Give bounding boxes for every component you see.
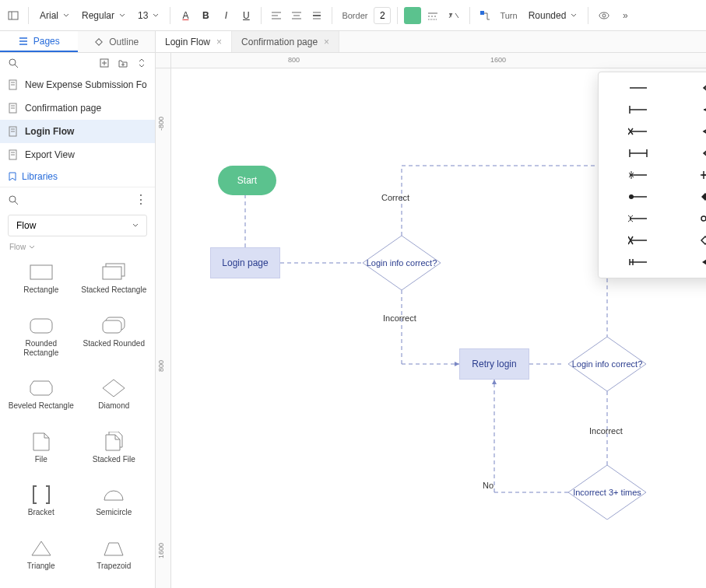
align-center-button[interactable]	[288, 6, 305, 25]
pages-toolbar	[0, 53, 155, 73]
search-icon[interactable]	[8, 58, 19, 68]
search-icon[interactable]	[8, 194, 19, 205]
document-icon	[8, 79, 19, 90]
triangle-icon	[29, 538, 54, 558]
line-style-button[interactable]	[424, 6, 441, 25]
svg-marker-117	[702, 259, 706, 265]
font-weight-select[interactable]: Regular	[77, 7, 130, 24]
arrow-style-option[interactable]	[679, 80, 706, 96]
arrow-style-option[interactable]	[606, 145, 669, 161]
arrow-style-option[interactable]	[606, 167, 669, 183]
collapse-panel-button[interactable]	[5, 6, 22, 25]
top-toolbar: Arial Regular 13 A B I U Border Turn Rou…	[0, 0, 706, 31]
chevron-down-icon	[63, 12, 69, 19]
ruler-vertical: -800 800 1600	[156, 68, 171, 588]
node-login-page[interactable]: Login page	[210, 247, 280, 278]
shape-category-select[interactable]: Flow	[8, 215, 147, 236]
connector-type-button[interactable]	[476, 6, 493, 25]
font-size-select[interactable]: 13	[133, 7, 163, 24]
visibility-button[interactable]	[595, 6, 613, 25]
arrow-style-option[interactable]	[606, 80, 669, 96]
ruler-corner	[156, 53, 171, 68]
svg-rect-42	[30, 265, 52, 279]
chevron-down-icon	[132, 222, 139, 229]
expand-collapse-button[interactable]	[136, 58, 147, 68]
node-login-info-correct[interactable]: Login info correct?	[363, 236, 441, 290]
arrow-style-option[interactable]	[679, 145, 706, 161]
more-tools-button[interactable]: »	[616, 6, 634, 25]
node-incorrect-3x[interactable]: Incorrect 3+ times	[568, 465, 646, 520]
svg-point-15	[599, 12, 609, 19]
node-login-info-correct-2[interactable]: Login info correct?	[568, 337, 646, 391]
border-width-input[interactable]	[374, 7, 391, 24]
svg-line-41	[15, 201, 18, 205]
page-item-login-flow[interactable]: Login Flow	[0, 120, 155, 143]
new-folder-button[interactable]	[118, 58, 128, 68]
shape-trapezoid[interactable]: Trapezoid	[78, 534, 151, 586]
font-family-select[interactable]: Arial	[35, 7, 74, 24]
shape-diamond[interactable]: Diamond	[78, 373, 151, 425]
semicircle-icon	[101, 485, 126, 505]
font-family-value: Arial	[40, 10, 58, 21]
underline-button[interactable]: U	[237, 6, 255, 25]
shapes-search-row: ⋮	[0, 187, 155, 212]
shape-bracket[interactable]: Bracket	[5, 480, 78, 532]
arrow-style-option[interactable]	[679, 211, 706, 226]
page-item-export-view[interactable]: Export View	[0, 143, 155, 166]
shape-triangle[interactable]: Triangle	[5, 534, 78, 586]
arrow-style-option[interactable]	[606, 211, 669, 226]
arrow-style-option[interactable]	[606, 124, 669, 139]
arrow-style-button[interactable]	[444, 6, 463, 25]
doc-tab-login-flow[interactable]: Login Flow ×	[156, 31, 232, 52]
diamond-icon	[93, 37, 104, 47]
arrow-style-option[interactable]	[679, 233, 706, 248]
shape-label: Stacked Rounded	[83, 339, 145, 348]
libraries-link[interactable]: Libraries	[0, 166, 155, 187]
shape-subcategory[interactable]: Flow	[0, 240, 155, 254]
tab-pages[interactable]: Pages	[0, 31, 78, 52]
shape-rectangle[interactable]: Rectangle	[5, 257, 78, 310]
arrow-style-option[interactable]	[606, 233, 669, 248]
arrow-style-option[interactable]	[679, 124, 706, 139]
svg-point-40	[9, 196, 16, 202]
shape-file[interactable]: File	[5, 427, 78, 479]
bold-button[interactable]: B	[197, 6, 214, 25]
text-color-button[interactable]: A	[177, 6, 194, 25]
italic-button[interactable]: I	[217, 6, 234, 25]
page-item-expense[interactable]: New Expense Submission Fo	[0, 73, 155, 96]
edge-label-no: No	[483, 481, 493, 490]
edge-label-incorrect: Incorrect	[383, 313, 416, 323]
close-icon[interactable]: ×	[216, 37, 222, 47]
shape-rounded-rectangle[interactable]: Rounded Rectangle	[5, 311, 78, 373]
arrow-style-option[interactable]	[679, 167, 706, 183]
font-size-value: 13	[138, 10, 148, 21]
new-page-button[interactable]	[99, 58, 110, 68]
svg-point-95	[629, 194, 634, 199]
arrow-style-option[interactable]	[606, 254, 669, 270]
page-item-confirmation[interactable]: Confirmation page	[0, 96, 155, 120]
fill-color-swatch[interactable]	[404, 7, 421, 24]
more-options-button[interactable]: ⋮	[135, 192, 147, 207]
shape-stacked-rounded[interactable]: Stacked Rounded	[78, 311, 151, 373]
close-icon[interactable]: ×	[324, 37, 329, 47]
arrow-style-option[interactable]	[606, 102, 669, 117]
shape-stacked-rectangle[interactable]: Stacked Rectangle	[78, 257, 151, 310]
doc-tab-confirmation[interactable]: Confirmation page ×	[232, 31, 339, 52]
shape-stacked-file[interactable]: Stacked File	[78, 427, 151, 479]
node-start[interactable]: Start	[218, 166, 276, 195]
arrow-style-option[interactable]	[679, 189, 706, 205]
tab-outline[interactable]: Outline	[78, 31, 156, 52]
shape-beveled-rectangle[interactable]: Beveled Rectangle	[5, 373, 78, 425]
shape-semicircle[interactable]: Semicircle	[78, 480, 151, 532]
align-left-button[interactable]	[268, 6, 285, 25]
arrow-style-option[interactable]	[679, 254, 706, 270]
align-middle-button[interactable]	[308, 6, 325, 25]
svg-rect-44	[103, 267, 121, 279]
arrow-style-option[interactable]	[679, 102, 706, 117]
arrow-style-option[interactable]	[606, 189, 669, 205]
svg-marker-109	[701, 236, 706, 244]
ruler-horizontal: 800 1600	[171, 53, 706, 68]
corner-style-select[interactable]: Rounded	[524, 7, 582, 24]
document-icon	[8, 126, 19, 137]
node-retry-login[interactable]: Retry login	[459, 348, 529, 380]
